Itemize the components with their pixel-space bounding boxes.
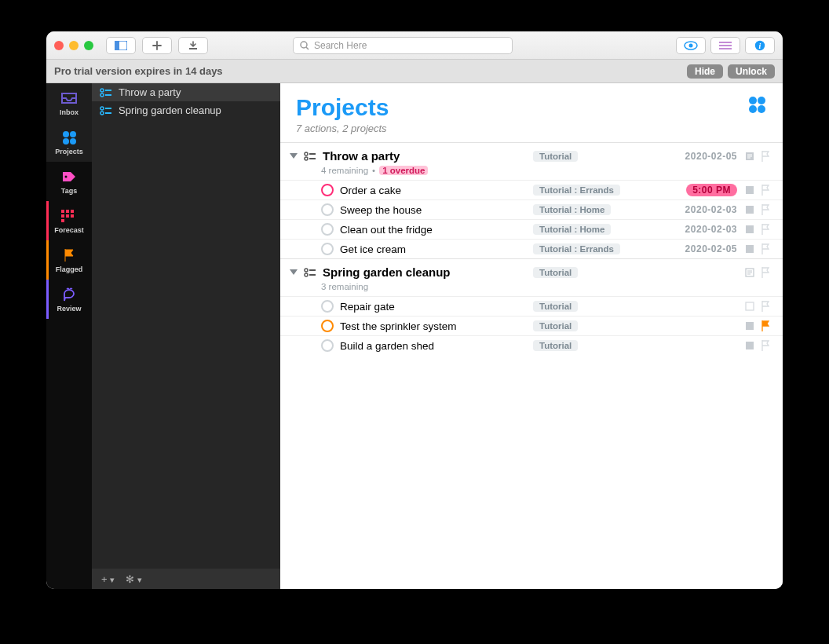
overdue-badge: 1 overdue <box>379 166 428 175</box>
svg-rect-6 <box>719 42 732 43</box>
project-tag[interactable]: Tutorial <box>533 151 578 162</box>
svg-point-31 <box>749 97 757 104</box>
status-circle[interactable] <box>321 300 334 313</box>
nav-tags[interactable]: Tags <box>46 162 92 201</box>
flag-icon[interactable] <box>761 185 770 196</box>
svg-rect-18 <box>71 210 74 213</box>
svg-point-29 <box>100 112 104 115</box>
note-icon <box>745 205 754 214</box>
task-tag[interactable]: Tutorial : Home <box>533 224 611 235</box>
inspector-button[interactable]: i <box>745 37 775 54</box>
svg-rect-50 <box>746 322 754 330</box>
task-row[interactable]: Build a garden shed Tutorial <box>280 335 783 355</box>
flag-icon[interactable] <box>761 267 770 278</box>
note-icon <box>745 268 754 277</box>
add-button[interactable] <box>142 37 172 54</box>
svg-rect-17 <box>66 210 69 213</box>
project-row[interactable]: Throw a party Tutorial 2020-02-05 <box>280 142 783 166</box>
nav-flagged[interactable]: Flagged <box>46 240 92 280</box>
flag-icon[interactable] <box>761 301 770 312</box>
svg-point-27 <box>100 107 104 110</box>
status-circle[interactable] <box>321 223 334 236</box>
task-title: Get ice cream <box>340 243 406 255</box>
nav-projects[interactable]: Projects <box>46 123 92 162</box>
task-title: Order a cake <box>340 185 401 196</box>
svg-point-46 <box>305 273 308 276</box>
svg-point-37 <box>305 157 308 160</box>
task-tag[interactable]: Tutorial <box>533 340 578 351</box>
flag-icon[interactable] <box>761 320 770 331</box>
download-button[interactable] <box>178 37 208 54</box>
unlock-button[interactable]: Unlock <box>728 64 775 79</box>
search-placeholder: Search Here <box>314 40 367 51</box>
sidebar-item-spring-garden[interactable]: Spring garden cleanup <box>92 101 280 119</box>
status-circle[interactable] <box>321 243 334 255</box>
task-tag[interactable]: Tutorial : Errands <box>533 243 620 254</box>
project-tag[interactable]: Tutorial <box>533 267 578 278</box>
flag-icon[interactable] <box>761 204 770 215</box>
task-title: Clean out the fridge <box>340 224 433 236</box>
note-icon <box>745 152 754 161</box>
status-circle[interactable] <box>321 320 334 332</box>
svg-rect-47 <box>309 274 316 276</box>
sidebar-item-throw-party[interactable]: Throw a party <box>92 83 280 101</box>
task-title: Build a garden shed <box>340 340 434 352</box>
status-circle[interactable] <box>321 184 334 196</box>
titlebar: Search Here i <box>46 31 783 60</box>
page-title: Projects <box>296 94 389 121</box>
flag-icon[interactable] <box>761 224 770 235</box>
svg-rect-42 <box>746 225 754 233</box>
main-header: Projects 7 actions, 2 projects <box>280 83 783 142</box>
task-row[interactable]: Clean out the fridge Tutorial : Home 202… <box>280 219 783 239</box>
flag-icon[interactable] <box>761 151 770 162</box>
search-icon <box>300 41 309 50</box>
task-tag[interactable]: Tutorial <box>533 320 578 331</box>
disclosure-triangle-icon[interactable] <box>290 269 298 275</box>
svg-rect-30 <box>105 112 111 114</box>
parallel-project-icon <box>100 106 112 115</box>
svg-point-32 <box>758 97 765 104</box>
flag-icon[interactable] <box>761 243 770 254</box>
task-row[interactable]: Order a cake Tutorial : Errands 5:00 PM <box>280 180 783 199</box>
nav-label: Flagged <box>56 265 83 273</box>
project-row[interactable]: Spring garden cleanup Tutorial <box>280 258 783 282</box>
svg-rect-45 <box>309 269 316 271</box>
nav-inbox[interactable]: Inbox <box>46 83 92 123</box>
task-row[interactable]: Repair gate Tutorial <box>280 296 783 316</box>
nav-review[interactable]: Review <box>46 280 92 319</box>
svg-rect-22 <box>61 219 64 222</box>
gear-menu-button[interactable]: ✻ ▾ <box>126 573 142 585</box>
review-icon <box>60 287 78 302</box>
zoom-icon[interactable] <box>84 41 93 50</box>
sidebar-footer: + ▾ ✻ ▾ <box>92 569 280 589</box>
focus-button[interactable] <box>676 37 706 54</box>
add-menu-button[interactable]: + ▾ <box>101 573 115 585</box>
hide-button[interactable]: Hide <box>687 64 723 79</box>
svg-point-13 <box>63 138 69 145</box>
nav-forecast[interactable]: Forecast <box>46 201 92 240</box>
status-circle[interactable] <box>321 339 334 352</box>
note-icon <box>745 225 754 234</box>
disclosure-triangle-icon[interactable] <box>290 153 298 159</box>
status-circle[interactable] <box>321 203 334 216</box>
task-tag[interactable]: Tutorial <box>533 301 578 312</box>
view-options-button[interactable] <box>710 37 740 54</box>
task-row[interactable]: Test the sprinkler system Tutorial <box>280 316 783 335</box>
svg-rect-51 <box>746 342 754 349</box>
svg-rect-8 <box>719 48 732 49</box>
svg-rect-36 <box>309 153 316 155</box>
sidebar-toggle-button[interactable] <box>106 37 136 54</box>
task-row[interactable]: Get ice cream Tutorial : Errands 2020-02… <box>280 239 783 258</box>
close-icon[interactable] <box>54 41 64 50</box>
minimize-icon[interactable] <box>69 41 79 50</box>
search-input[interactable]: Search Here <box>293 37 513 54</box>
flag-icon[interactable] <box>761 340 770 351</box>
svg-rect-38 <box>309 158 316 159</box>
task-title: Sweep the house <box>340 204 422 216</box>
task-date: 2020-02-05 <box>685 243 737 254</box>
task-row[interactable]: Sweep the house Tutorial : Home 2020-02-… <box>280 199 783 219</box>
task-tag[interactable]: Tutorial : Home <box>533 204 611 215</box>
task-tag[interactable]: Tutorial : Errands <box>533 185 620 196</box>
project-subline: 4 remaining • 1 overdue <box>280 166 783 180</box>
parallel-project-icon <box>100 88 112 97</box>
